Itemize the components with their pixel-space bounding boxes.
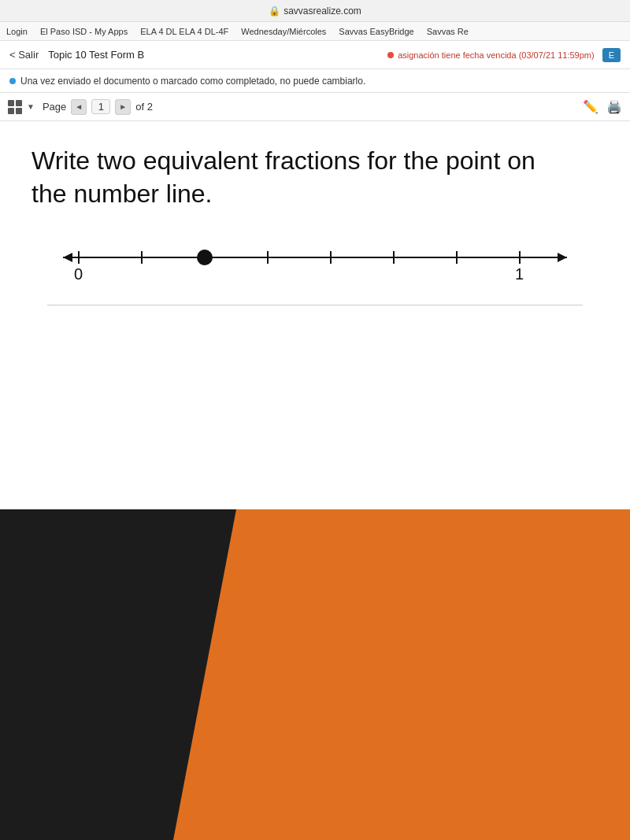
back-label: < Salir [9, 49, 39, 61]
bookmark-ela[interactable]: ELA 4 DL ELA 4 DL-4F [140, 27, 228, 36]
print-icon[interactable]: 🖨️ [606, 99, 622, 114]
warning-icon [9, 78, 16, 84]
bookmark-savvas-r[interactable]: Savvas Re [427, 27, 469, 36]
total-pages-label: of 2 [135, 101, 153, 113]
warning-text: Una vez enviado el documento o marcado c… [20, 76, 365, 87]
number-line-container: 0 1 [47, 234, 583, 289]
top-right-button[interactable]: E [602, 48, 621, 62]
content-area: Write two equivalent fractions for the p… [0, 121, 630, 420]
svg-text:0: 0 [74, 265, 83, 283]
browser-address-bar: 🔒 savvasrealize.com [0, 0, 630, 22]
grid-icon[interactable] [8, 100, 22, 114]
warning-bar: Una vez enviado el documento o marcado c… [0, 69, 630, 93]
toolbar: ▼ Page ◄ 1 ► of 2 ✏️ 🖨️ [0, 93, 630, 121]
svg-marker-1 [63, 253, 72, 262]
assignment-info: asignación tiene fecha vencida (03/07/21… [387, 50, 595, 60]
grid-dot-3 [8, 108, 14, 114]
svg-text:1: 1 [515, 265, 524, 283]
prev-page-button[interactable]: ◄ [71, 99, 87, 115]
number-line-svg: 0 1 [47, 234, 583, 289]
next-arrow-icon: ► [119, 102, 127, 111]
divider-line [47, 305, 583, 305]
toolbar-right: ✏️ 🖨️ [583, 99, 622, 114]
grid-dot-1 [8, 100, 14, 106]
page-label: Page [43, 101, 66, 113]
bookmark-login[interactable]: Login [6, 27, 28, 36]
grid-dot-2 [16, 100, 22, 106]
current-page-number[interactable]: 1 [91, 99, 110, 114]
page-title: Topic 10 Test Form B [48, 49, 387, 61]
bookmark-savvas-easy[interactable]: Savvas EasyBridge [339, 27, 413, 36]
lock-icon: 🔒 [269, 6, 280, 17]
bottom-orange-area [173, 509, 630, 840]
svg-point-11 [197, 250, 213, 265]
pencil-icon[interactable]: ✏️ [583, 99, 598, 114]
toolbar-left: ▼ Page ◄ 1 ► of 2 [8, 99, 578, 115]
bookmarks-bar: Login El Paso ISD - My Apps ELA 4 DL ELA… [0, 22, 630, 41]
top-bar: < Salir Topic 10 Test Form B asignación … [0, 41, 630, 69]
bookmark-elpaso[interactable]: El Paso ISD - My Apps [40, 27, 128, 36]
svg-marker-2 [558, 253, 567, 262]
back-button[interactable]: < Salir [9, 49, 39, 61]
dropdown-arrow-icon[interactable]: ▼ [27, 102, 35, 111]
assignment-dot-icon [387, 52, 394, 58]
prev-arrow-icon: ◄ [75, 102, 83, 111]
next-page-button[interactable]: ► [115, 99, 131, 115]
grid-dot-4 [16, 108, 22, 114]
question-text: Write two equivalent fractions for the p… [32, 145, 567, 210]
assignment-text: asignación tiene fecha vencida (03/07/21… [398, 50, 595, 60]
bookmark-wednesday[interactable]: Wednesday/Miércoles [241, 27, 326, 36]
url-text: savvasrealize.com [284, 6, 361, 17]
